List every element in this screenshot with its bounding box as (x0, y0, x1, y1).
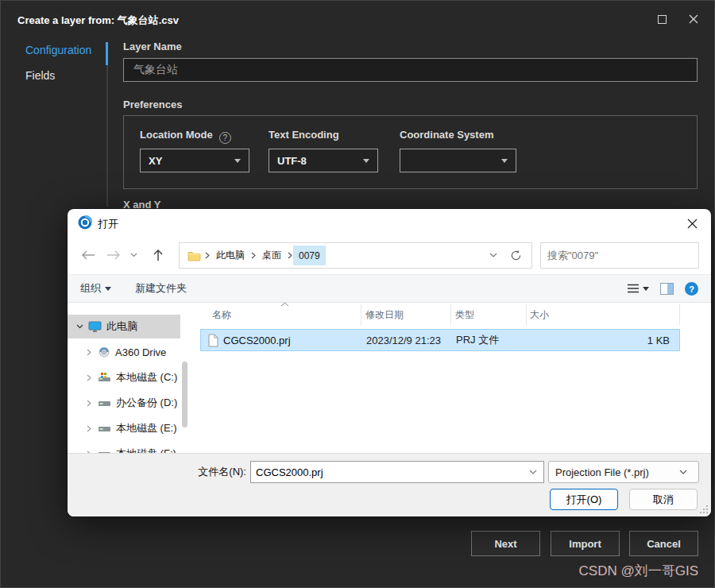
file-size: 1 KB (647, 335, 670, 346)
tree-scrollbar[interactable] (182, 362, 187, 427)
file-row-selected[interactable]: CGCS2000.prj 2023/12/9 21:23 PRJ 文件 1 KB (200, 329, 680, 351)
file-open-dialog: 打开 此电脑 桌面 0079 (68, 209, 711, 516)
coordinate-system-select[interactable] (400, 149, 516, 172)
dialog-titlebar[interactable]: 打开 (68, 209, 711, 236)
file-type: PRJ 文件 (456, 333, 499, 347)
breadcrumb-this-pc[interactable]: 此电脑 (211, 246, 250, 265)
chevron-collapsed-icon (87, 374, 91, 381)
arrow-up-icon (153, 249, 163, 261)
cloud-drive-icon (98, 346, 110, 358)
tree-item-disk-c[interactable]: 本地磁盘 (C:) (68, 366, 180, 389)
layer-name-label: Layer Name (123, 41, 182, 52)
close-icon (689, 14, 698, 24)
resize-grip[interactable] (699, 505, 709, 514)
arrow-right-icon (106, 250, 121, 260)
chevron-down-icon (105, 287, 111, 291)
views-button[interactable] (628, 284, 649, 293)
location-mode-label: Location Mode? (140, 129, 231, 144)
arrow-left-icon (81, 250, 95, 260)
tree-item-disk-f[interactable]: 本地磁盘 (F:) (68, 442, 180, 453)
cancel-button[interactable]: Cancel (629, 531, 698, 556)
preview-pane-icon[interactable] (660, 283, 674, 295)
column-header-name[interactable]: 名称 (212, 304, 231, 326)
breadcrumb-separator-icon (251, 252, 256, 259)
folder-icon (187, 250, 201, 261)
svg-text:?: ? (689, 284, 694, 293)
column-header-date[interactable]: 修改日期 (365, 304, 404, 326)
layer-name-input[interactable] (123, 58, 698, 82)
tree-item-this-pc[interactable]: 此电脑 (68, 315, 180, 338)
location-mode-select[interactable]: XY (140, 149, 249, 172)
maximize-icon (658, 15, 667, 24)
watermark: CSDN @刘一哥GIS (579, 562, 698, 580)
new-folder-button[interactable]: 新建文件夹 (135, 281, 187, 296)
organize-button[interactable]: 组织 (80, 281, 111, 296)
column-header-size[interactable]: 大小 (530, 304, 549, 326)
tree-item-a360-drive[interactable]: A360 Drive (68, 340, 180, 364)
app-window: Create a layer from: 气象台站.csv Configurat… (0, 0, 715, 588)
chevron-collapsed-icon (87, 400, 91, 407)
text-encoding-select[interactable]: UTF-8 (269, 149, 378, 172)
chevron-collapsed-icon (87, 349, 91, 356)
column-header-type[interactable]: 类型 (455, 304, 474, 326)
breadcrumb-desktop[interactable]: 桌面 (257, 246, 287, 265)
import-button[interactable]: Import (551, 531, 620, 556)
chevron-down-icon[interactable] (529, 470, 537, 475)
chevron-down-icon (130, 253, 137, 257)
close-button[interactable] (682, 11, 705, 27)
chevron-down-icon (643, 287, 649, 291)
chevron-down-icon (501, 159, 508, 163)
filename-label: 文件名(N): (198, 465, 246, 479)
chevron-down-icon (234, 159, 241, 163)
drive-icon (98, 397, 111, 408)
file-icon (208, 334, 218, 347)
recent-locations-button[interactable] (126, 242, 141, 268)
dialog-toolbar: 组织 新建文件夹 ? (68, 274, 711, 303)
tree-item-disk-d[interactable]: 办公备份 (D:) (68, 391, 180, 415)
coordinate-system-label: Coordinate System (400, 129, 493, 141)
forward-button[interactable] (102, 242, 125, 268)
chevron-down-icon (679, 470, 687, 475)
drive-icon (98, 423, 111, 434)
sort-ascending-icon (280, 302, 289, 307)
dialog-title: 打开 (98, 217, 118, 231)
address-bar[interactable]: 此电脑 桌面 0079 (179, 242, 532, 269)
filetype-select[interactable]: Projection File (*.prj) (548, 461, 699, 483)
page-title: Create a layer from: 气象台站.csv (17, 14, 179, 28)
text-encoding-label: Text Encoding (269, 129, 339, 141)
preferences-label: Preferences (123, 99, 182, 110)
search-input[interactable] (541, 250, 694, 261)
tree-item-disk-e[interactable]: 本地磁盘 (E:) (68, 416, 180, 440)
file-date: 2023/12/9 21:23 (366, 335, 441, 346)
address-dropdown-icon[interactable] (489, 253, 497, 258)
next-button[interactable]: Next (471, 531, 540, 556)
breadcrumb-current-folder[interactable]: 0079 (293, 246, 326, 265)
filename-combo[interactable] (250, 461, 544, 483)
help-icon[interactable]: ? (219, 132, 231, 144)
dialog-cancel-button[interactable]: 取消 (629, 489, 698, 510)
sidebar-item-configuration[interactable]: Configuration (25, 44, 91, 56)
help-icon[interactable]: ? (685, 282, 698, 296)
dialog-close-button[interactable] (684, 216, 700, 230)
chevron-collapsed-icon (87, 425, 91, 432)
up-button[interactable] (147, 242, 169, 268)
sidebar-item-fields[interactable]: Fields (25, 69, 55, 82)
chevron-down-icon (363, 159, 369, 163)
refresh-icon[interactable] (510, 250, 522, 261)
breadcrumb-separator-icon (288, 252, 292, 259)
filename-input[interactable] (251, 466, 529, 478)
search-box[interactable] (540, 242, 699, 269)
list-view-icon (628, 284, 639, 293)
chevron-expanded-icon (76, 324, 83, 329)
system-drive-icon (98, 372, 111, 383)
file-name: CGCS2000.prj (223, 335, 291, 346)
preferences-panel: Location Mode? XY Text Encoding UTF-8 Co… (123, 115, 698, 189)
sidebar-active-indicator (106, 42, 108, 65)
dialog-footer: 文件名(N): Projection File (*.prj) 打开(O) 取消 (68, 453, 711, 516)
close-icon (687, 219, 698, 229)
maximize-button[interactable] (650, 11, 674, 27)
breadcrumb-separator-icon (205, 252, 210, 259)
folder-tree: 此电脑 A360 Drive 本地磁盘 (C:) 办公备份 (D:) 本地磁盘 (68, 303, 180, 453)
open-button[interactable]: 打开(O) (550, 489, 618, 510)
back-button[interactable] (77, 242, 99, 268)
